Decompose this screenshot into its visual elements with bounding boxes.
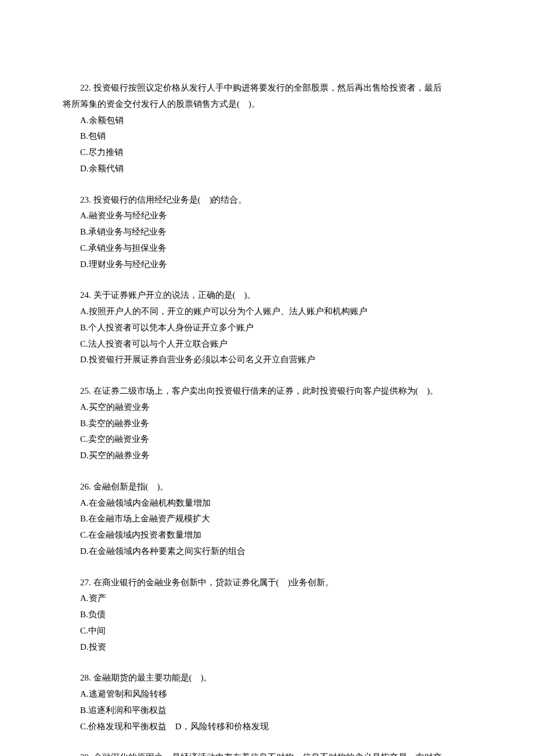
option-b: B.负债 bbox=[80, 607, 471, 623]
question-23: 23. 投资银行的信用经纪业务是( )的结合。 A.融资业务与经纪业务 B.承销… bbox=[63, 192, 471, 273]
option-c: C.尽力推销 bbox=[80, 145, 471, 161]
option-d: D.投资 bbox=[80, 639, 471, 656]
option-a: A.资产 bbox=[80, 591, 471, 607]
option-b: B.个人投资者可以凭本人身份证开立多个账户 bbox=[80, 320, 471, 336]
option-d: D.在金融领域内各种要素之间实行新的组合 bbox=[80, 543, 471, 560]
option-d: D.余额代销 bbox=[80, 161, 471, 177]
question-stem-continuation: 将所筹集的资金交付发行人的股票销售方式是( )。 bbox=[63, 96, 471, 113]
question-25: 25. 在证券二级市场上，客户卖出向投资银行借来的证券，此时投资银行向客户提供称… bbox=[63, 383, 471, 464]
question-28: 28. 金融期货的最主要功能是( )。 A.逃避管制和风险转移 B.追逐利润和平… bbox=[63, 670, 471, 735]
option-d: D.投资银行开展证券自营业务必须以本公司名义开立自营账户 bbox=[80, 352, 471, 368]
question-29: 29. 金融深化的原因之一是经济活动中存在着信息不对称。信息不对称的含义是指交易… bbox=[63, 750, 471, 756]
option-d: D.理财业务与经纪业务 bbox=[80, 257, 471, 273]
question-stem-line: 26. 金融创新是指( )。 bbox=[63, 479, 471, 495]
option-b: B.卖空的融券业务 bbox=[80, 416, 471, 432]
question-stem-line: 28. 金融期货的最主要功能是( )。 bbox=[63, 670, 471, 686]
option-a: A.余额包销 bbox=[80, 113, 471, 129]
question-number: 23. bbox=[80, 195, 91, 204]
question-stem-line: 23. 投资银行的信用经纪业务是( )的结合。 bbox=[63, 192, 471, 208]
question-26: 26. 金融创新是指( )。 A.在金融领域内金融机构数量增加 B.在金融市场上… bbox=[63, 479, 471, 560]
question-number: 25. bbox=[80, 386, 91, 395]
option-a: A.在金融领域内金融机构数量增加 bbox=[80, 495, 471, 512]
question-stem-text: 金融深化的原因之一是经济活动中存在着信息不对称。信息不对称的含义是指交易一方对交 bbox=[93, 753, 442, 756]
option-d: D.买空的融券业务 bbox=[80, 448, 471, 464]
option-cd: C.价格发现和平衡权益 D，风险转移和价格发现 bbox=[80, 719, 471, 735]
option-a: A.按照开户人的不同，开立的账户可以分为个人账户、法人账户和机构账户 bbox=[80, 304, 471, 320]
question-stem-line: 24. 关于证券账户开立的说法，正确的是( )。 bbox=[63, 287, 471, 304]
option-a: A.买空的融资业务 bbox=[80, 399, 471, 416]
question-number: 26. bbox=[80, 482, 91, 491]
question-stem-line: 22. 投资银行按照议定价格从发行人手中购进将要发行的全部股票，然后再出售给投资… bbox=[63, 80, 471, 96]
question-22: 22. 投资银行按照议定价格从发行人手中购进将要发行的全部股票，然后再出售给投资… bbox=[63, 80, 471, 177]
question-stem-text: 金融期货的最主要功能是( )。 bbox=[93, 673, 212, 682]
option-c: C.中间 bbox=[80, 623, 471, 639]
question-stem-text: 关于证券账户开立的说法，正确的是( )。 bbox=[93, 290, 256, 300]
option-b: B.追逐利润和平衡权益 bbox=[80, 703, 471, 719]
question-number: 29. bbox=[80, 753, 91, 756]
option-b: B.承销业务与经纪业务 bbox=[80, 224, 471, 240]
question-number: 28. bbox=[80, 673, 91, 682]
question-stem-line: 27. 在商业银行的金融业务创新中，贷款证券化属于( )业务创新。 bbox=[63, 575, 471, 591]
question-number: 24. bbox=[80, 290, 91, 300]
option-c: C.在金融领域内投资者数量增加 bbox=[80, 527, 471, 543]
question-stem-text: 在商业银行的金融业务创新中，贷款证券化属于( )业务创新。 bbox=[93, 578, 334, 587]
question-stem-line: 29. 金融深化的原因之一是经济活动中存在着信息不对称。信息不对称的含义是指交易… bbox=[63, 750, 471, 756]
option-c: C.卖空的融资业务 bbox=[80, 431, 471, 448]
question-stem-text: 投资银行按照议定价格从发行人手中购进将要发行的全部股票，然后再出售给投资者，最后 bbox=[93, 83, 442, 92]
option-c: C.承销业务与担保业务 bbox=[80, 240, 471, 257]
option-b: B.在金融市场上金融资产规模扩大 bbox=[80, 511, 471, 527]
question-number: 27. bbox=[80, 578, 91, 587]
question-stem-line: 25. 在证券二级市场上，客户卖出向投资银行借来的证券，此时投资银行向客户提供称… bbox=[63, 383, 471, 399]
question-stem-text: 金融创新是指( )。 bbox=[93, 482, 169, 491]
option-a: A.融资业务与经纪业务 bbox=[80, 208, 471, 224]
question-number: 22. bbox=[80, 83, 91, 92]
question-stem-text: 在证券二级市场上，客户卖出向投资银行借来的证券，此时投资银行向客户提供称为( )… bbox=[93, 386, 439, 395]
question-stem-text: 投资银行的信用经纪业务是( )的结合。 bbox=[93, 195, 247, 204]
option-a: A.逃避管制和风险转移 bbox=[80, 686, 471, 703]
question-27: 27. 在商业银行的金融业务创新中，贷款证券化属于( )业务创新。 A.资产 B… bbox=[63, 575, 471, 656]
option-b: B.包销 bbox=[80, 128, 471, 145]
question-24: 24. 关于证券账户开立的说法，正确的是( )。 A.按照开户人的不同，开立的账… bbox=[63, 287, 471, 368]
option-c: C.法人投资者可以与个人开立联合账户 bbox=[80, 336, 471, 352]
